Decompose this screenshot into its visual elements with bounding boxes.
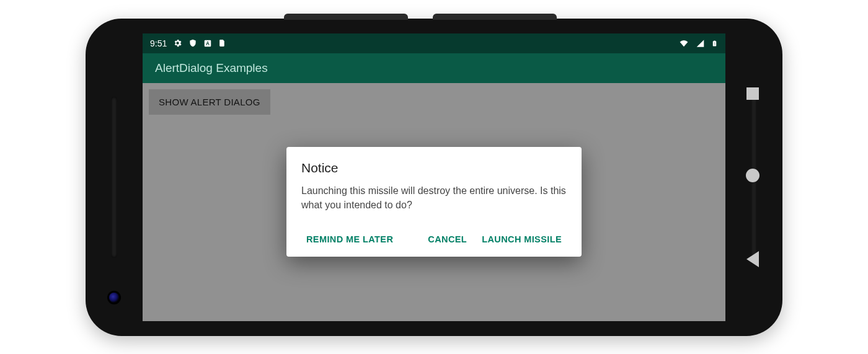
dialog-actions: REMIND ME LATER CANCEL LAUNCH MISSILE — [301, 228, 567, 250]
status-bar: 9:51 A — [143, 33, 725, 53]
dialog-neutral-button[interactable]: REMIND ME LATER — [301, 228, 398, 250]
app-bar-title: AlertDialog Examples — [155, 61, 268, 75]
signal-icon — [696, 39, 705, 48]
stage: 9:51 A — [0, 0, 868, 354]
alert-dialog: Notice Launching this missile will destr… — [286, 147, 582, 257]
home-button[interactable] — [746, 169, 760, 182]
back-button[interactable] — [746, 251, 759, 267]
front-camera — [109, 293, 119, 303]
bezel-left — [86, 19, 143, 336]
screen: 9:51 A — [143, 33, 725, 321]
dialog-message: Launching this missile will destroy the … — [301, 184, 567, 212]
wifi-icon — [678, 39, 689, 48]
dialog-negative-button[interactable]: CANCEL — [423, 228, 472, 250]
bezel-right — [725, 19, 782, 336]
phone-frame: 9:51 A — [86, 19, 782, 336]
dialog-positive-button[interactable]: LAUNCH MISSILE — [477, 228, 567, 250]
app-bar: AlertDialog Examples — [143, 53, 725, 83]
dialog-scrim[interactable]: Notice Launching this missile will destr… — [143, 83, 725, 321]
speaker-grille-left — [111, 97, 117, 258]
svg-text:A: A — [206, 40, 210, 46]
recent-apps-button[interactable] — [746, 87, 759, 100]
letter-a-icon: A — [203, 39, 212, 48]
shield-icon — [188, 38, 197, 48]
app-content: SHOW ALERT DIALOG Notice Launching this … — [143, 83, 725, 321]
system-nav-bar — [740, 19, 765, 336]
status-time: 9:51 — [150, 38, 167, 48]
sim-icon — [218, 38, 226, 48]
dialog-title: Notice — [301, 161, 567, 175]
battery-icon — [711, 38, 718, 48]
gear-icon — [173, 38, 182, 48]
